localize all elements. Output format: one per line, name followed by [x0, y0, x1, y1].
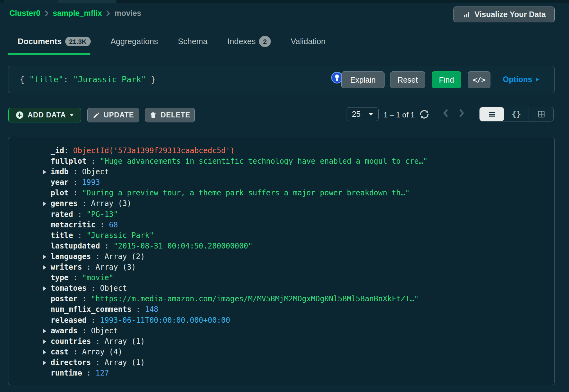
field-value: "movie": [82, 273, 113, 282]
expand-toggle[interactable]: [35, 262, 51, 272]
field-key: writers: [51, 263, 82, 271]
active-window-tab-sliver: [57, 0, 116, 3]
field-value: 127: [96, 369, 109, 377]
document-card: _id: ObjectId('573a1399f29313caabcedc5d'…: [8, 137, 555, 385]
field-value: Array (2): [104, 252, 145, 261]
document-field-row: poster : "https://m.media-amazon.com/ima…: [8, 294, 554, 304]
result-range: 1 – 1 of 1: [384, 108, 415, 122]
delete-button[interactable]: DELETE: [145, 108, 195, 122]
explain-button[interactable]: Explain: [341, 71, 385, 88]
document-field-row: num_mflix_comments : 148: [8, 304, 554, 315]
expand-toggle[interactable]: [35, 166, 51, 177]
query-bar: { "title": "Jurassic Park" } Explain Res…: [8, 66, 555, 93]
visualize-your-data-button[interactable]: Visualize Your Data: [453, 7, 555, 22]
chevron-right-icon: [44, 10, 49, 16]
expand-toggle[interactable]: [35, 283, 51, 294]
query-colon: :: [63, 75, 73, 84]
field-colon: :: [87, 284, 100, 293]
active-tab-underline: [8, 53, 90, 55]
field-value: 1993: [82, 178, 100, 187]
expand-toggle[interactable]: [35, 347, 51, 357]
tab-label: Aggregations: [111, 37, 158, 46]
caret-down-icon: [368, 113, 373, 116]
document-field-row: cast : Array (4): [8, 347, 554, 357]
document-field-row: directors : Array (1): [8, 357, 554, 368]
next-page-button[interactable]: [459, 109, 464, 117]
update-button[interactable]: UPDATE: [87, 108, 139, 122]
query-brace-close: }: [146, 75, 156, 84]
query-value: "Jurassic Park": [73, 75, 146, 84]
options-caret-icon: [536, 77, 539, 82]
field-key: _id: [51, 146, 64, 155]
tabs: Documents21.3KAggregationsSchemaIndexes2…: [18, 35, 325, 48]
field-colon: :: [91, 252, 104, 261]
tab-validation[interactable]: Validation: [291, 35, 325, 48]
field-colon: :: [91, 337, 104, 346]
field-value: Array (1): [104, 358, 145, 367]
table-view-button[interactable]: [529, 107, 553, 121]
find-button[interactable]: Find: [432, 71, 461, 88]
page-size-select[interactable]: 25: [347, 107, 379, 121]
tab-aggregations[interactable]: Aggregations: [111, 35, 158, 48]
options-label: Options: [503, 75, 532, 84]
previous-page-button[interactable]: [443, 109, 448, 117]
field-colon: :: [69, 273, 82, 282]
document-field-row: tomatoes : Object: [8, 283, 554, 294]
update-label: UPDATE: [104, 111, 134, 119]
add-data-button[interactable]: ADD DATA: [8, 108, 81, 122]
json-view-button[interactable]: {}: [504, 107, 529, 121]
field-colon: :: [100, 242, 113, 250]
options-toggle[interactable]: Options: [503, 66, 539, 93]
field-key: awards: [51, 326, 78, 335]
expand-toggle[interactable]: [35, 198, 51, 209]
document-field-row: countries : Array (1): [8, 336, 554, 347]
document-field-row: imdb : Object: [8, 166, 554, 177]
refresh-button[interactable]: [419, 109, 430, 120]
expand-toggle[interactable]: [35, 326, 51, 336]
expand-caret-icon: [43, 286, 46, 291]
tab-schema[interactable]: Schema: [178, 35, 207, 48]
field-key: num_mflix_comments: [51, 305, 131, 314]
tab-label: Documents: [18, 37, 62, 46]
caret-down-icon: [70, 114, 74, 116]
field-key: year: [51, 178, 69, 187]
expand-toggle[interactable]: [35, 251, 51, 262]
expand-caret-icon: [43, 350, 46, 354]
pencil-icon: [93, 112, 100, 119]
document-field-row: type : "movie": [8, 272, 554, 283]
tab-badge: 21.3K: [65, 37, 91, 46]
expand-caret-icon: [43, 265, 46, 270]
field-key: genres: [51, 199, 78, 208]
breadcrumb-cluster[interactable]: Cluster0: [9, 9, 40, 18]
tab-documents[interactable]: Documents21.3K: [18, 35, 91, 48]
table-view-icon: [537, 110, 545, 118]
field-colon: :: [73, 231, 86, 240]
window-tab-strip: [0, 0, 569, 3]
expand-toggle[interactable]: [35, 336, 51, 347]
field-colon: :: [73, 210, 86, 219]
field-colon: :: [131, 305, 145, 314]
field-colon: :: [64, 146, 73, 155]
field-value: "Huge advancements in scientific technol…: [100, 157, 428, 166]
tab-indexes[interactable]: Indexes2: [227, 35, 271, 48]
add-data-label: ADD DATA: [28, 111, 66, 119]
document-field-row: languages : Array (2): [8, 251, 554, 262]
field-colon: :: [78, 326, 91, 335]
tab-label: Schema: [178, 37, 207, 46]
field-value: "https://m.media-amazon.com/images/M/MV5…: [91, 294, 419, 303]
tab-label: Indexes: [227, 37, 256, 46]
list-view-button[interactable]: [480, 107, 504, 121]
visualize-your-data-label: Visualize Your Data: [475, 10, 546, 19]
reset-button[interactable]: Reset: [390, 71, 425, 88]
field-colon: :: [78, 199, 91, 208]
document-field-row: released : 1993-06-11T00:00:00.000+00:00: [8, 315, 554, 326]
breadcrumb-database[interactable]: sample_mflix: [53, 9, 102, 18]
expand-toggle[interactable]: [35, 357, 51, 368]
expand-caret-icon: [43, 255, 46, 259]
field-value: ObjectId('573a1399f29313caabcedc5d'): [73, 146, 234, 155]
export-to-language-button[interactable]: </>: [468, 71, 490, 88]
document-field-row: awards : Object: [8, 326, 554, 336]
field-value: Array (4): [82, 348, 122, 356]
query-input[interactable]: { "title": "Jurassic Park" }: [8, 66, 341, 93]
json-view-icon: {}: [512, 110, 521, 119]
